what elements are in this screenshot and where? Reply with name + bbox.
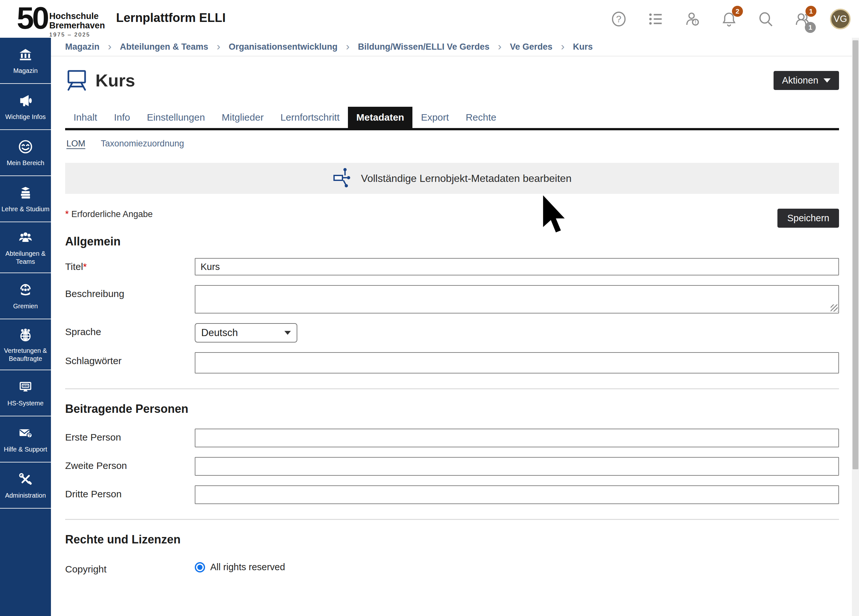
- notification-badge: 2: [732, 6, 743, 17]
- sidebar-item-label: HS-Systeme: [8, 399, 44, 407]
- globe-people-icon: [17, 326, 34, 344]
- edit-full-metadata-banner[interactable]: Vollständige Lernobjekt-Metadaten bearbe…: [65, 163, 839, 194]
- sidebar-item-lehre-studium[interactable]: Lehre & Studium: [0, 176, 51, 222]
- breadcrumb-magazin[interactable]: Magazin: [65, 42, 100, 52]
- subtab-taxonomiezuordnung[interactable]: Taxonomiezuordnung: [101, 139, 184, 149]
- breadcrumb-kurs[interactable]: Kurs: [573, 42, 593, 52]
- chevron-right-icon: ›: [217, 40, 220, 53]
- main-sidebar: Magazin Wichtige Infos Mein Bereich Lehr…: [0, 38, 51, 616]
- resize-handle[interactable]: [831, 305, 838, 311]
- sidebar-item-label: Lehre & Studium: [2, 205, 50, 213]
- course-easel-icon: [65, 68, 88, 92]
- tab-inhalt[interactable]: Inhalt: [65, 107, 105, 128]
- sidebar-item-label: Administration: [5, 491, 46, 500]
- banner-label: Vollständige Lernobjekt-Metadaten bearbe…: [361, 172, 572, 184]
- bell-icon[interactable]: 2: [720, 10, 739, 28]
- metadata-hub-icon: [333, 167, 353, 190]
- page-title: Kurs: [95, 70, 135, 90]
- logo-name-line1: Hochschule: [49, 12, 105, 21]
- books-icon: [17, 184, 34, 203]
- sidebar-item-label: Hilfe & Support: [4, 446, 47, 453]
- copyright-radio[interactable]: [195, 562, 205, 572]
- contacts-icon[interactable]: 1 1: [793, 10, 812, 28]
- assembly-icon: [17, 281, 34, 300]
- university-logo: 50 Hochschule Bremerhaven 1975 – 2025: [17, 3, 105, 38]
- beschreibung-textarea[interactable]: [195, 285, 839, 313]
- sidebar-item-label: Wichtige Infos: [5, 113, 46, 121]
- bank-icon: [17, 46, 34, 64]
- chevron-down-icon: [284, 331, 291, 335]
- user-alert-icon[interactable]: !: [683, 10, 702, 28]
- section-rechte-title: Rechte und Lizenzen: [65, 533, 839, 546]
- copyright-label: Copyright: [65, 561, 195, 575]
- monitor-icon: [17, 378, 34, 397]
- contacts-new-badge: 1: [806, 6, 817, 17]
- sidebar-item-magazin[interactable]: Magazin: [0, 38, 51, 84]
- breadcrumb-bildung-wissen[interactable]: Bildung/Wissen/ELLI Ve Gerdes: [358, 42, 489, 52]
- tab-lernfortschritt[interactable]: Lernfortschritt: [272, 107, 348, 128]
- breadcrumb-ve-gerdes[interactable]: Ve Gerdes: [510, 42, 552, 52]
- sidebar-item-administration[interactable]: Administration: [0, 463, 51, 509]
- sidebar-item-abteilungen-teams[interactable]: Abteilungen & Teams: [0, 222, 51, 273]
- save-button-label: Speichern: [787, 213, 829, 224]
- sprache-selected-value: Deutsch: [201, 327, 238, 339]
- section-divider: [65, 388, 839, 389]
- chevron-right-icon: ›: [498, 40, 501, 53]
- breadcrumb-abteilungen-teams[interactable]: Abteilungen & Teams: [120, 42, 208, 52]
- tab-metadaten[interactable]: Metadaten: [348, 107, 412, 128]
- mail-help-icon: ?: [17, 425, 34, 443]
- chevron-down-icon: [823, 78, 831, 83]
- required-asterisk: *: [65, 209, 69, 219]
- sidebar-item-label: Mein Bereich: [7, 159, 44, 167]
- titel-input[interactable]: [195, 258, 839, 275]
- zweite-person-label: Zweite Person: [65, 457, 195, 471]
- tab-mitglieder[interactable]: Mitglieder: [214, 107, 272, 128]
- sidebar-item-label: Vertretungen & Beauftragte: [1, 347, 50, 363]
- tab-rechte[interactable]: Rechte: [457, 107, 504, 128]
- tab-einstellungen[interactable]: Einstellungen: [138, 107, 213, 128]
- people-group-icon: [17, 229, 34, 247]
- logo-name-line2: Bremerhaven: [49, 21, 105, 30]
- breadcrumb: Magazin › Abteilungen & Teams › Organisa…: [51, 38, 852, 56]
- megaphone-icon: [17, 92, 34, 110]
- sidebar-item-label: Magazin: [13, 67, 38, 75]
- sidebar-item-hilfe-support[interactable]: ? Hilfe & Support: [0, 416, 51, 463]
- beschreibung-label: Beschreibung: [65, 285, 195, 299]
- section-divider: [65, 519, 839, 520]
- schlagwoerter-input[interactable]: [195, 352, 839, 374]
- sidebar-item-label: Gremien: [13, 302, 38, 310]
- chevron-right-icon: ›: [108, 40, 112, 53]
- required-note: *Erforderliche Angabe: [65, 209, 153, 219]
- chevron-right-icon: ›: [561, 40, 564, 53]
- user-avatar[interactable]: VG: [830, 9, 851, 29]
- subtab-lom[interactable]: LOM: [66, 139, 86, 149]
- top-header: 50 Hochschule Bremerhaven 1975 – 2025 Le…: [0, 0, 859, 38]
- tab-export[interactable]: Export: [412, 107, 457, 128]
- sidebar-item-hs-systeme[interactable]: HS-Systeme: [0, 370, 51, 416]
- search-icon[interactable]: [756, 10, 775, 28]
- logo-years: 1975 – 2025: [49, 31, 105, 38]
- actions-button-label: Aktionen: [782, 75, 818, 86]
- help-icon[interactable]: ?: [609, 10, 628, 28]
- actions-button[interactable]: Aktionen: [773, 71, 839, 90]
- sprache-select[interactable]: Deutsch: [195, 323, 297, 342]
- zweite-person-input[interactable]: [195, 457, 839, 476]
- schlagwoerter-label: Schlagwörter: [65, 352, 195, 366]
- svg-text:?: ?: [28, 433, 31, 438]
- scrollbar-thumb[interactable]: [853, 40, 858, 469]
- sidebar-item-label: Abteilungen & Teams: [1, 250, 50, 266]
- sidebar-item-gremien[interactable]: Gremien: [0, 273, 51, 319]
- breadcrumb-organisationsentwicklung[interactable]: Organisationsentwicklung: [229, 42, 337, 52]
- list-menu-icon[interactable]: [646, 10, 665, 28]
- sidebar-item-vertretungen-beauftragte[interactable]: Vertretungen & Beauftragte: [0, 319, 51, 370]
- tab-info[interactable]: Info: [105, 107, 138, 128]
- sidebar-item-wichtige-infos[interactable]: Wichtige Infos: [0, 84, 51, 130]
- tab-bar: Inhalt Info Einstellungen Mitglieder Ler…: [65, 107, 839, 130]
- main-content: Magazin › Abteilungen & Teams › Organisa…: [51, 38, 852, 616]
- tools-icon: [17, 471, 34, 489]
- erste-person-input[interactable]: [195, 428, 839, 447]
- dritte-person-input[interactable]: [195, 485, 839, 504]
- save-button[interactable]: Speichern: [778, 209, 839, 228]
- sidebar-item-mein-bereich[interactable]: Mein Bereich: [0, 130, 51, 176]
- erste-person-label: Erste Person: [65, 428, 195, 443]
